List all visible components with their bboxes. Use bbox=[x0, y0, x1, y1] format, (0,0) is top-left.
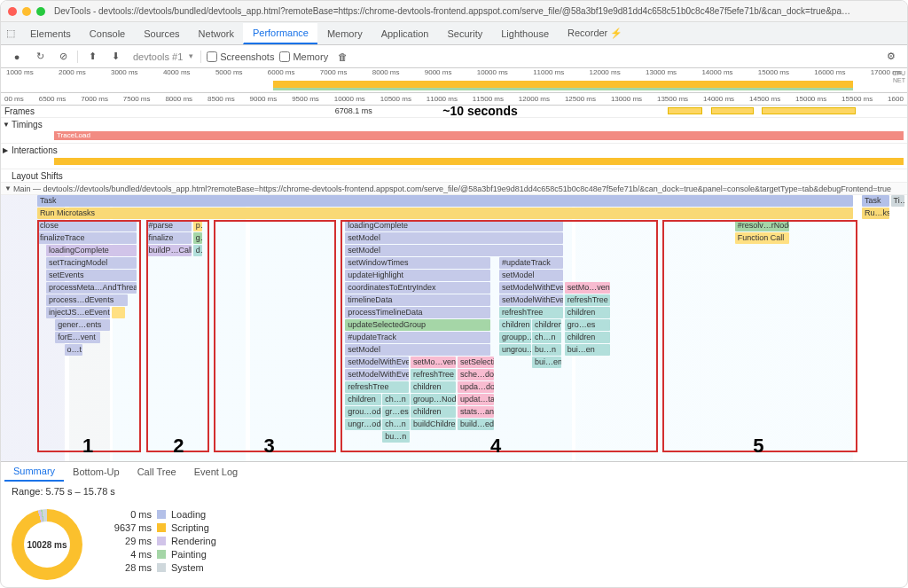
summary-panel: 10028 ms 0 msLoading 9637 msScripting 29… bbox=[1, 502, 907, 587]
upload-icon[interactable]: ⬆ bbox=[83, 48, 101, 66]
tab-elements[interactable]: Elements bbox=[20, 24, 80, 43]
overview-side-labels: CPUNET bbox=[892, 70, 905, 84]
download-icon[interactable]: ⬇ bbox=[106, 48, 124, 66]
performance-toolbar: ● ↻ ⊘ ⬆ ⬇ devtools #1 Screenshots Memory… bbox=[1, 45, 907, 68]
inspect-icon[interactable]: ⬚ bbox=[1, 27, 20, 39]
overview-ruler: 1000 ms2000 ms3000 ms4000 ms5000 ms6000 … bbox=[1, 68, 907, 79]
legend-rendering: 29 msRendering bbox=[109, 536, 216, 546]
region-1-box bbox=[37, 220, 142, 452]
legend-scripting: 9637 msScripting bbox=[109, 522, 216, 533]
interactions-header[interactable]: ▶Interactions bbox=[1, 144, 907, 156]
flame-task2[interactable]: Task bbox=[862, 195, 889, 207]
flame-task-ti[interactable]: Ti…ed bbox=[891, 195, 904, 207]
region-3-box bbox=[214, 220, 336, 452]
screenshots-checkbox[interactable]: Screenshots bbox=[207, 51, 274, 62]
profile-select[interactable]: devtools #1 bbox=[129, 51, 195, 62]
region-5-label: 5 bbox=[753, 435, 763, 458]
layout-shifts-section: ▶Layout Shifts bbox=[1, 169, 907, 183]
record-button[interactable]: ● bbox=[8, 48, 26, 66]
tab-call-tree[interactable]: Call Tree bbox=[129, 463, 185, 481]
region-5-box bbox=[662, 220, 857, 452]
region-2-box bbox=[146, 220, 210, 452]
gear-icon[interactable]: ⚙ bbox=[882, 48, 900, 66]
tab-sources[interactable]: Sources bbox=[134, 24, 188, 43]
maximize-window-button[interactable] bbox=[36, 7, 45, 16]
layout-shifts-header[interactable]: ▶Layout Shifts bbox=[1, 169, 907, 182]
interactions-section: ▶Interactions bbox=[1, 144, 907, 169]
interactions-bar[interactable] bbox=[54, 158, 904, 165]
window-titlebar: DevTools - devtools://devtools/bundled/d… bbox=[1, 1, 907, 22]
region-1-label: 1 bbox=[82, 435, 93, 458]
flame-microtasks[interactable]: Run Microtasks bbox=[37, 208, 853, 219]
legend-painting: 4 msPainting bbox=[109, 549, 216, 560]
frames-content: 6708.1 ms ~10 seconds bbox=[53, 106, 907, 117]
annotation-10s: ~10 seconds bbox=[442, 104, 517, 118]
region-3-label: 3 bbox=[263, 435, 274, 458]
main-thread-header[interactable]: ▼Main — devtools://devtools/bundled/devt… bbox=[1, 183, 907, 195]
cpu-overview[interactable]: 1000 ms2000 ms3000 ms4000 ms5000 ms6000 … bbox=[1, 68, 907, 93]
tab-lighthouse[interactable]: Lighthouse bbox=[491, 24, 558, 43]
traceload-bar[interactable]: TraceLoad bbox=[54, 131, 904, 140]
tab-event-log[interactable]: Event Log bbox=[185, 463, 247, 481]
legend-loading: 0 msLoading bbox=[109, 509, 216, 520]
tab-network[interactable]: Network bbox=[189, 24, 243, 43]
donut-total: 10028 ms bbox=[27, 540, 67, 550]
tab-recorder[interactable]: Recorder ⚡ bbox=[558, 23, 631, 43]
memory-checkbox[interactable]: Memory bbox=[279, 51, 328, 62]
timings-section: ▼Timings TraceLoad bbox=[1, 118, 907, 144]
flame-chart[interactable]: Task Task Ti…ed Run Microtasks Ru…ks clo… bbox=[1, 195, 907, 461]
window-title: DevTools - devtools://devtools/bundled/d… bbox=[54, 6, 852, 16]
panel-tabs: ⬚ Elements Console Sources Network Perfo… bbox=[1, 22, 907, 45]
trash-icon[interactable]: 🗑 bbox=[333, 48, 351, 66]
tab-console[interactable]: Console bbox=[80, 24, 134, 43]
reload-record-button[interactable]: ↻ bbox=[31, 48, 49, 66]
frames-track[interactable]: Frames 6708.1 ms ~10 seconds bbox=[1, 106, 907, 118]
summary-donut: 10028 ms bbox=[12, 509, 82, 580]
flame-task[interactable]: Task bbox=[37, 195, 853, 207]
tab-performance[interactable]: Performance bbox=[243, 23, 317, 44]
minimize-window-button[interactable] bbox=[22, 7, 31, 16]
tab-security[interactable]: Security bbox=[437, 24, 491, 43]
timings-header[interactable]: ▼Timings bbox=[1, 118, 907, 130]
close-window-button[interactable] bbox=[8, 7, 17, 16]
region-4-label: 4 bbox=[490, 435, 501, 458]
cpu-activity-bar bbox=[273, 81, 853, 88]
frames-label: Frames bbox=[4, 106, 53, 116]
summary-legend: 0 msLoading 9637 msScripting 29 msRender… bbox=[109, 509, 216, 573]
frame-duration-label: 6708.1 ms bbox=[335, 106, 372, 115]
range-label: Range: 5.75 s – 15.78 s bbox=[1, 481, 907, 502]
tab-summary[interactable]: Summary bbox=[4, 462, 64, 482]
region-4-box bbox=[340, 220, 658, 452]
tab-memory[interactable]: Memory bbox=[317, 24, 372, 43]
region-2-label: 2 bbox=[173, 435, 184, 458]
flame-ru-ks[interactable]: Ru…ks bbox=[862, 208, 889, 219]
legend-system: 28 msSystem bbox=[109, 562, 216, 573]
traffic-lights bbox=[8, 7, 45, 16]
clear-button[interactable]: ⊘ bbox=[54, 48, 72, 66]
tab-bottom-up[interactable]: Bottom-Up bbox=[64, 463, 129, 481]
details-tabs: Summary Bottom-Up Call Tree Event Log bbox=[1, 461, 907, 481]
tab-application[interactable]: Application bbox=[372, 24, 438, 43]
